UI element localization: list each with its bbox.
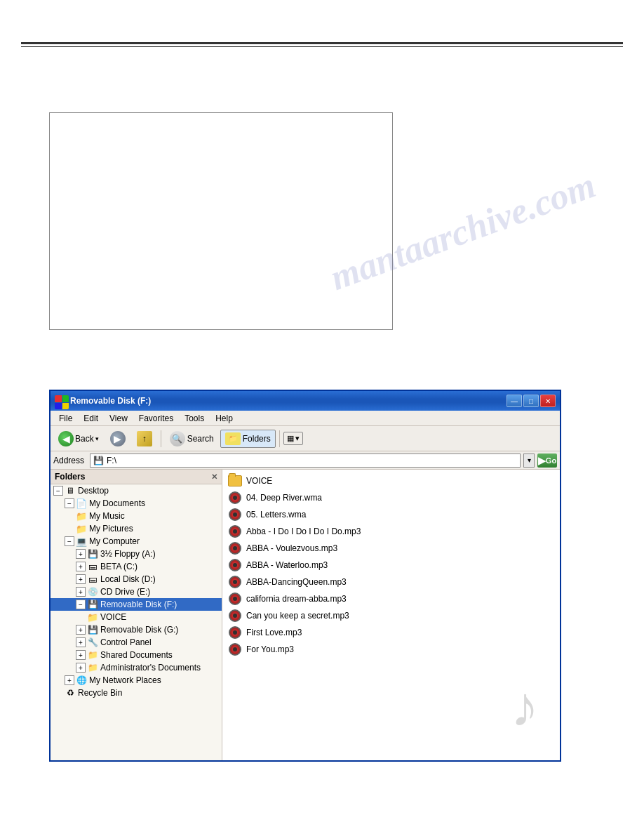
tree-item-localdisk[interactable]: + 🖴 Local Disk (D:)	[51, 573, 222, 585]
music-note-watermark: ♪	[511, 675, 539, 739]
minimize-button[interactable]: —	[507, 395, 522, 407]
file-name-voice: VOICE	[246, 476, 272, 486]
expander-admindocs[interactable]: +	[76, 663, 86, 673]
tree-item-recycle[interactable]: ♻ Recycle Bin	[51, 687, 222, 699]
close-button[interactable]: ✕	[540, 395, 556, 407]
tree-item-floppy[interactable]: + 💾 3½ Floppy (A:)	[51, 548, 222, 560]
voice-icon: 📁	[87, 611, 98, 623]
mycomputer-icon: 💻	[76, 536, 87, 547]
tree-item-mydocs[interactable]: − 📄 My Documents	[51, 497, 222, 510]
views-button[interactable]: ▦ ▾	[283, 432, 303, 445]
file-item-2[interactable]: Abba - I Do I Do I Do I Do.mp3	[225, 523, 557, 540]
file-icon-3	[228, 541, 242, 555]
admindocs-icon: 📁	[87, 662, 98, 673]
expander-cddrive[interactable]: +	[76, 587, 86, 597]
back-dropdown[interactable]: ▾	[95, 435, 99, 442]
file-item-1[interactable]: 05. Letters.wma	[225, 506, 557, 523]
expander-shareddocs[interactable]: +	[76, 650, 86, 660]
recycle-icon: ♻	[65, 687, 76, 699]
expander-beta[interactable]: +	[76, 562, 86, 571]
window-title: Removable Disk (F:)	[70, 396, 507, 406]
window-icon	[55, 395, 66, 406]
tree-item-shareddocs[interactable]: + 📁 Shared Documents	[51, 649, 222, 661]
back-button[interactable]: ◀ Back ▾	[53, 428, 104, 449]
file-name-3: ABBA - Voulezvous.mp3	[246, 543, 337, 553]
expander-mynetwork[interactable]: +	[65, 675, 74, 685]
back-arrow-icon: ◀	[58, 431, 74, 446]
file-icon-2	[228, 524, 242, 538]
expander-controlpanel[interactable]: +	[76, 637, 86, 647]
tree-label-recycle: Recycle Bin	[78, 688, 122, 698]
back-label: Back	[75, 434, 94, 444]
tree-item-desktop[interactable]: − 🖥 Desktop	[51, 484, 222, 497]
tree-item-voice[interactable]: 📁 VOICE	[51, 611, 222, 623]
tree-label-desktop: Desktop	[78, 486, 109, 496]
tree-label-removableg: Removable Disk (G:)	[100, 625, 178, 635]
file-item-9[interactable]: For You.mp3	[225, 641, 557, 658]
tree-item-removablef[interactable]: − 💾 Removable Disk (F:)	[51, 598, 222, 611]
expander-mydocs[interactable]: −	[65, 498, 74, 508]
file-item-7[interactable]: Can you keep a secret.mp3	[225, 607, 557, 624]
file-item-5[interactable]: ABBA-DancingQueen.mp3	[225, 574, 557, 590]
expander-floppy[interactable]: +	[76, 549, 86, 559]
removableg-icon: 💾	[87, 624, 98, 635]
menu-tools[interactable]: Tools	[179, 412, 210, 425]
folder-panel: Folders ✕ − 🖥 Desktop − 📄 My Documents	[51, 470, 222, 760]
menu-help[interactable]: Help	[210, 412, 239, 425]
folders-button[interactable]: 📁 Folders	[220, 430, 276, 448]
forward-button[interactable]: ▶	[105, 428, 130, 449]
tree-item-controlpanel[interactable]: + 🔧 Control Panel	[51, 636, 222, 649]
menu-edit[interactable]: Edit	[78, 412, 104, 425]
removablef-icon: 💾	[87, 599, 98, 610]
folder-panel-close[interactable]: ✕	[211, 472, 217, 482]
folders-label: Folders	[243, 434, 271, 444]
views-dropdown-icon: ▾	[295, 434, 300, 443]
tree-item-mycomputer[interactable]: − 💻 My Computer	[51, 535, 222, 548]
file-icon-7	[228, 609, 242, 623]
file-item-4[interactable]: ABBA - Waterloo.mp3	[225, 557, 557, 574]
tree-item-mynetwork[interactable]: + 🌐 My Network Places	[51, 674, 222, 687]
tree-label-floppy: 3½ Floppy (A:)	[100, 549, 156, 559]
tree-item-admindocs[interactable]: + 📁 Administrator's Documents	[51, 661, 222, 674]
search-button[interactable]: 🔍 Search	[165, 428, 219, 449]
menu-file[interactable]: File	[53, 412, 78, 425]
tree-label-mydocs: My Documents	[89, 498, 145, 508]
tree-item-removableg[interactable]: + 💾 Removable Disk (G:)	[51, 623, 222, 636]
expander-desktop[interactable]: −	[53, 486, 63, 496]
address-dropdown[interactable]: ▾	[523, 454, 535, 468]
maximize-button[interactable]: □	[523, 395, 539, 407]
file-item-6[interactable]: california dream-abba.mp3	[225, 590, 557, 607]
tree-item-mymusic[interactable]: 📁 My Music	[51, 510, 222, 522]
up-button[interactable]: ↑	[132, 428, 157, 449]
file-icon-1	[228, 508, 242, 522]
file-icon-voice	[228, 474, 242, 488]
floppy-icon: 💾	[87, 548, 98, 560]
file-item-voice[interactable]: VOICE	[225, 472, 557, 489]
mydocs-icon: 📄	[76, 498, 87, 509]
expander-mycomputer[interactable]: −	[65, 536, 74, 546]
expander-localdisk[interactable]: +	[76, 574, 86, 584]
menu-favorites[interactable]: Favorites	[133, 412, 179, 425]
address-field[interactable]: 💾 F:\	[90, 454, 521, 468]
file-item-0[interactable]: 04. Deep River.wma	[225, 489, 557, 506]
tree-label-removablef: Removable Disk (F:)	[100, 600, 177, 609]
search-icon: 🔍	[170, 431, 185, 446]
tree-item-mypictures[interactable]: 📁 My Pictures	[51, 522, 222, 535]
localdisk-icon: 🖴	[87, 574, 98, 585]
expander-removablef[interactable]: −	[76, 600, 86, 609]
tree-item-beta[interactable]: + 🖴 BETA (C:)	[51, 560, 222, 573]
file-name-9: For You.mp3	[246, 644, 294, 654]
tree-label-mymusic: My Music	[89, 511, 125, 521]
folder-panel-title: Folders	[55, 472, 85, 482]
go-button[interactable]: ▶ Go	[537, 454, 557, 468]
file-item-8[interactable]: First Love.mp3	[225, 624, 557, 641]
file-name-0: 04. Deep River.wma	[246, 493, 322, 503]
file-name-6: california dream-abba.mp3	[246, 594, 347, 604]
desktop-icon: 🖥	[65, 485, 76, 496]
go-arrow-icon: ▶	[538, 455, 546, 466]
expander-removableg[interactable]: +	[76, 625, 86, 635]
file-item-3[interactable]: ABBA - Voulezvous.mp3	[225, 540, 557, 557]
mymusic-icon: 📁	[76, 510, 87, 522]
tree-item-cddrive[interactable]: + 💿 CD Drive (E:)	[51, 585, 222, 598]
menu-view[interactable]: View	[104, 412, 133, 425]
